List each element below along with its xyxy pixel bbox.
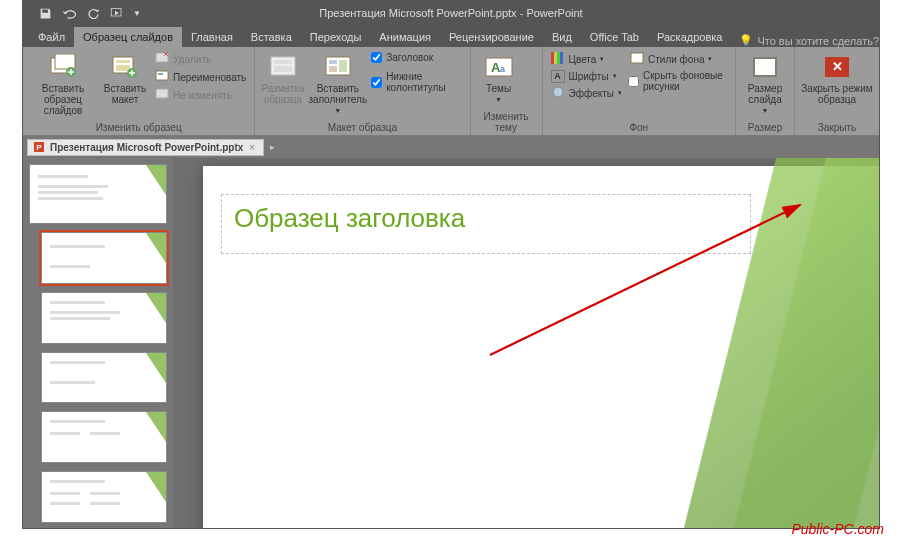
hide-bg-checkbox-input[interactable]: [628, 76, 639, 87]
window-title: Презентация Microsoft PowerPoint.pptx - …: [23, 7, 879, 19]
title-checkbox[interactable]: Заголовок: [371, 51, 463, 64]
rename-button[interactable]: Переименовать: [153, 69, 248, 86]
tab-insert[interactable]: Вставка: [242, 27, 301, 47]
effects-button[interactable]: Эффекты ▾: [549, 85, 624, 102]
watermark: Public-PC.com: [791, 521, 884, 537]
rename-icon: [155, 70, 169, 85]
delete-icon: [155, 52, 169, 67]
chevron-down-icon: ▼: [334, 107, 341, 115]
insert-placeholder-icon: [324, 53, 352, 81]
slide-canvas-area[interactable]: Образец заголовка: [173, 158, 879, 529]
powerpoint-file-icon: P: [34, 142, 44, 152]
svg-rect-10: [158, 73, 163, 75]
tell-me-search[interactable]: 💡 Что вы хотите сделать?: [739, 34, 879, 47]
svg-rect-16: [329, 60, 337, 64]
undo-icon[interactable]: [62, 7, 77, 19]
fonts-button[interactable]: A Шрифты ▾: [549, 69, 624, 84]
chevron-down-icon: ▾: [613, 72, 617, 80]
hide-bg-label: Скрыть фоновые рисунки: [643, 70, 729, 92]
group-edit-master-label: Изменить образец: [29, 121, 248, 133]
bulb-icon: 💡: [739, 34, 753, 47]
fonts-icon: A: [551, 70, 565, 83]
new-tab-icon[interactable]: ▸: [264, 142, 281, 152]
title-checkbox-input[interactable]: [371, 52, 382, 63]
tab-review[interactable]: Рецензирование: [440, 27, 543, 47]
start-from-beginning-icon[interactable]: [110, 7, 123, 19]
insert-slide-master-button[interactable]: Вставить образец слайдов: [29, 51, 97, 118]
preserve-label: Не изменять: [173, 90, 232, 102]
insert-layout-button[interactable]: Вставить макет: [101, 51, 149, 107]
slide-canvas[interactable]: Образец заголовка: [203, 166, 879, 529]
themes-label: Темы: [486, 83, 511, 94]
chevron-down-icon: ▼: [495, 96, 502, 104]
insert-placeholder-button[interactable]: Вставить заполнитель ▼: [309, 51, 368, 117]
close-tab-icon[interactable]: ×: [249, 142, 255, 153]
themes-button[interactable]: Aa Темы ▼: [477, 51, 521, 106]
quick-access-toolbar: ▼: [23, 7, 141, 20]
tab-transitions[interactable]: Переходы: [301, 27, 371, 47]
master-layout-icon: [269, 53, 297, 81]
qat-dropdown-icon[interactable]: ▼: [133, 9, 141, 18]
ribbon-tabs: Файл Образец слайдов Главная Вставка Пер…: [23, 25, 879, 47]
svg-rect-13: [274, 60, 292, 64]
layout-thumbnail[interactable]: [41, 352, 167, 404]
footers-checkbox-label: Нижние колонтитулы: [386, 71, 463, 93]
svg-rect-25: [560, 52, 563, 64]
svg-rect-22: [551, 52, 554, 64]
svg-rect-2: [55, 54, 75, 69]
document-tab[interactable]: P Презентация Microsoft PowerPoint.pptx …: [27, 139, 264, 156]
slide-size-button[interactable]: Размер слайда ▼: [742, 51, 788, 117]
themes-icon: Aa: [485, 53, 513, 81]
svg-point-26: [553, 87, 563, 97]
tell-me-label: Что вы хотите сделать?: [757, 35, 879, 47]
footers-checkbox-input[interactable]: [371, 77, 382, 88]
chevron-down-icon: ▾: [600, 55, 604, 63]
hide-bg-checkbox[interactable]: Скрыть фоновые рисунки: [628, 69, 729, 93]
insert-slide-master-icon: [49, 53, 77, 81]
close-master-button[interactable]: ✕ Закрыть режим образца: [801, 51, 873, 107]
tab-slide-master[interactable]: Образец слайдов: [74, 27, 182, 47]
redo-icon[interactable]: [87, 7, 100, 19]
svg-rect-27: [631, 53, 643, 63]
group-background-label: Фон: [549, 121, 729, 133]
group-close-label: Закрыть: [801, 121, 873, 133]
layout-thumbnail[interactable]: [41, 292, 167, 344]
bg-styles-label: Стили фона: [648, 54, 704, 66]
insert-placeholder-label: Вставить заполнитель: [309, 83, 368, 105]
tab-animation[interactable]: Анимация: [370, 27, 440, 47]
title-placeholder-text: Образец заголовка: [234, 203, 738, 234]
save-icon[interactable]: [39, 7, 52, 20]
thumbnail-pane[interactable]: [23, 158, 173, 529]
svg-rect-24: [557, 52, 560, 64]
group-edit-master: Вставить образец слайдов Вставить макет …: [23, 47, 255, 135]
master-thumbnail[interactable]: [29, 164, 167, 224]
layout-thumbnail[interactable]: [41, 471, 167, 523]
footers-checkbox[interactable]: Нижние колонтитулы: [371, 70, 463, 94]
svg-rect-23: [554, 52, 557, 64]
chevron-down-icon: ▾: [618, 89, 622, 97]
tab-view[interactable]: Вид: [543, 27, 581, 47]
workspace: Образец заголовка: [23, 158, 879, 529]
group-background: Цвета ▾ A Шрифты ▾ Эффекты ▾: [543, 47, 736, 135]
preserve-button: Не изменять: [153, 87, 248, 104]
tab-home[interactable]: Главная: [182, 27, 242, 47]
tab-storyboard[interactable]: Раскадровка: [648, 27, 731, 47]
slide-size-icon: [751, 53, 779, 81]
colors-button[interactable]: Цвета ▾: [549, 51, 624, 68]
title-checkbox-label: Заголовок: [386, 52, 433, 63]
title-placeholder[interactable]: Образец заголовка: [221, 194, 751, 254]
layout-thumbnail[interactable]: [41, 232, 167, 284]
bg-styles-button[interactable]: Стили фона ▾: [628, 51, 729, 68]
tab-file[interactable]: Файл: [29, 27, 74, 47]
colors-icon: [551, 52, 565, 67]
layout-thumbnail[interactable]: [41, 411, 167, 463]
document-tab-label: Презентация Microsoft PowerPoint.pptx: [50, 142, 243, 153]
delete-label: Удалить: [173, 54, 211, 66]
delete-button: Удалить: [153, 51, 248, 68]
document-tab-bar: P Презентация Microsoft PowerPoint.pptx …: [23, 136, 879, 158]
slide-size-label: Размер слайда: [748, 83, 782, 105]
tab-office-tab[interactable]: Office Tab: [581, 27, 648, 47]
group-size: Размер слайда ▼ Размер: [736, 47, 795, 135]
svg-rect-11: [156, 89, 168, 98]
chevron-down-icon: ▼: [762, 107, 769, 115]
